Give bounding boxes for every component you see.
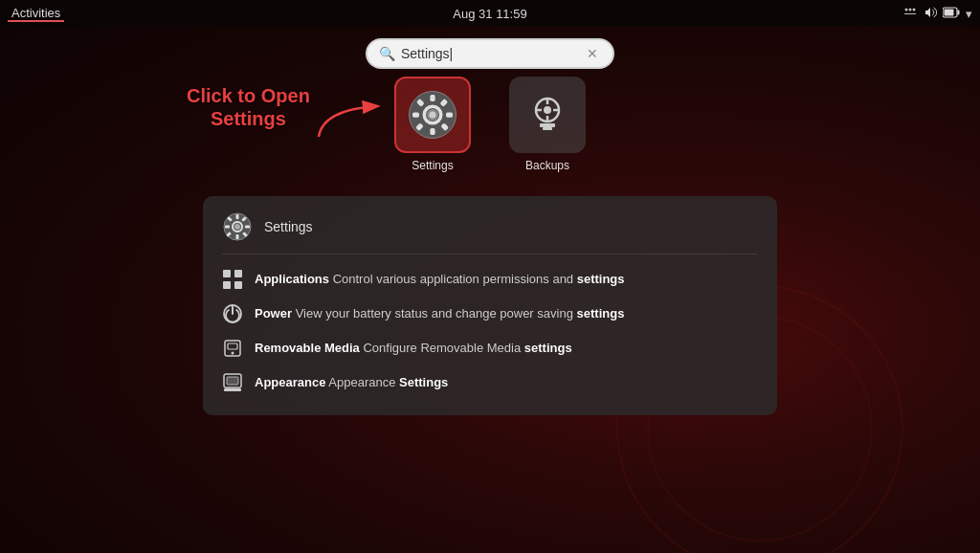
app-settings[interactable]: Settings [385, 77, 480, 172]
results-header-title: Settings [264, 219, 313, 234]
result-text-applications: Applications Control various application… [255, 272, 625, 288]
settings-gear-icon [406, 88, 459, 142]
svg-rect-41 [224, 388, 241, 391]
system-menu-icon[interactable]: ▾ [966, 7, 972, 21]
result-text-power: Power View your battery status and chang… [255, 306, 624, 322]
svg-point-17 [430, 112, 436, 119]
result-row-media[interactable]: Removable Media Configure Removable Medi… [222, 331, 758, 365]
annotation-text: Click to Open Settings [187, 84, 310, 130]
svg-point-19 [544, 106, 551, 114]
battery-icon[interactable] [943, 7, 960, 21]
app-grid: Settings Backups [385, 77, 595, 172]
svg-point-2 [913, 8, 916, 11]
svg-point-39 [232, 352, 234, 355]
results-divider [222, 254, 758, 254]
search-clear-icon[interactable]: ✕ [587, 46, 598, 61]
svg-rect-9 [430, 128, 434, 135]
svg-point-1 [909, 8, 912, 11]
search-input[interactable] [401, 46, 583, 61]
topbar-right: ▾ [902, 6, 972, 22]
results-header: Settings [222, 211, 758, 242]
svg-point-0 [905, 8, 908, 11]
result-row-power[interactable]: Power View your battery status and chang… [222, 297, 758, 331]
annotation: Click to Open Settings [187, 84, 310, 130]
result-text-media: Removable Media Configure Removable Medi… [255, 341, 572, 357]
svg-rect-33 [234, 270, 242, 277]
app-backups[interactable]: Backups [500, 77, 595, 172]
search-icon: 🔍 [379, 46, 395, 61]
svg-rect-23 [236, 214, 239, 219]
activities-button[interactable]: Activities [8, 6, 64, 22]
svg-rect-5 [945, 9, 954, 15]
applications-icon [222, 269, 243, 290]
svg-rect-24 [236, 234, 239, 239]
settings-icon-wrapper[interactable] [394, 77, 471, 153]
svg-rect-26 [245, 226, 250, 229]
power-icon [222, 303, 243, 324]
results-panel: Settings Applications Control various ap… [203, 196, 777, 415]
backups-app-icon [523, 91, 571, 139]
result-row-applications[interactable]: Applications Control various application… [222, 262, 758, 297]
volume-icon[interactable] [924, 6, 937, 22]
search-container: 🔍 ✕ [366, 38, 614, 69]
svg-rect-8 [430, 95, 434, 101]
settings-app-label: Settings [412, 159, 453, 172]
svg-rect-20 [540, 123, 555, 127]
svg-rect-35 [234, 281, 242, 289]
svg-rect-42 [227, 377, 238, 385]
result-row-appearance[interactable]: Appearance Appearance Settings [222, 365, 758, 400]
results-settings-gear-icon [222, 211, 253, 242]
annotation-arrow-icon [315, 94, 391, 142]
removable-media-icon [222, 338, 243, 359]
svg-point-31 [234, 224, 240, 230]
search-box[interactable]: 🔍 ✕ [366, 38, 614, 69]
svg-rect-34 [223, 281, 231, 289]
result-text-appearance: Appearance Appearance Settings [255, 375, 448, 391]
svg-rect-10 [412, 112, 419, 117]
network-icon [902, 6, 918, 22]
backups-app-label: Backups [525, 159, 569, 172]
appearance-icon [222, 372, 243, 393]
topbar: Activities Aug 31 11:59 [0, 0, 980, 27]
svg-rect-11 [446, 112, 453, 117]
clock: Aug 31 11:59 [453, 7, 526, 21]
svg-rect-25 [225, 226, 230, 229]
svg-rect-21 [543, 127, 552, 130]
svg-rect-38 [228, 343, 237, 349]
svg-rect-4 [958, 10, 960, 14]
svg-rect-32 [223, 270, 231, 277]
backups-icon-wrapper[interactable] [509, 77, 586, 153]
